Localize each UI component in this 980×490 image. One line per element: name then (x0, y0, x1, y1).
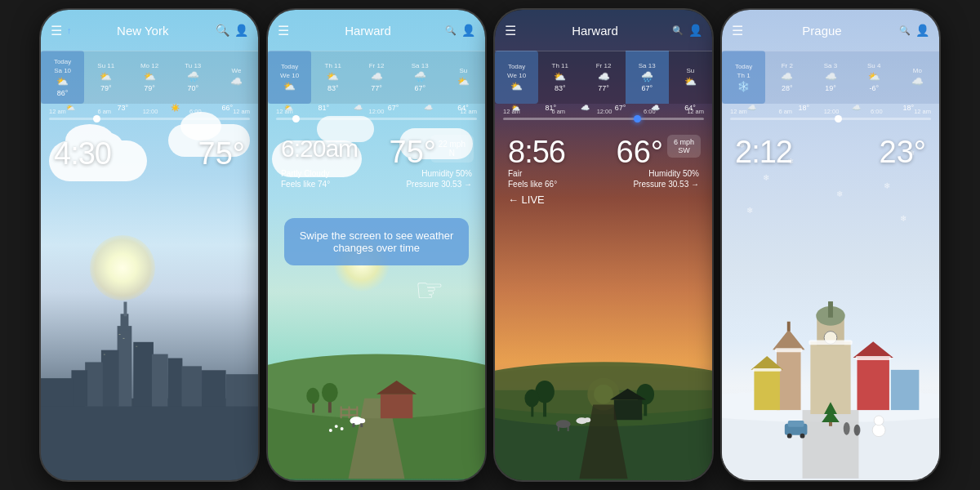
sun-glow (90, 235, 155, 301)
svg-rect-9 (168, 359, 183, 407)
svg-rect-17 (104, 354, 105, 355)
svg-marker-66 (773, 330, 804, 350)
forecast-day-4[interactable]: We ☁️ (215, 51, 258, 104)
menu-icon-3[interactable]: ☰ (505, 23, 516, 38)
forecast-temp-2: 79° (144, 84, 155, 92)
phone-harward-day: ☰ Harward 🔍 👤 Today We 10 ⛅ Th 11 ⛅ 83° … (266, 8, 487, 482)
f3-today[interactable]: Today We 10 ⛅ (495, 51, 538, 104)
profile-icon[interactable]: 👤 (234, 24, 248, 37)
svg-rect-70 (754, 370, 780, 410)
f2-label-1: Th 11 (325, 62, 341, 69)
live-badge: ← LIVE (508, 194, 545, 206)
profile-icon-2[interactable]: 👤 (461, 24, 475, 37)
timeline-2: 12 am 12:00 12 am (268, 101, 485, 126)
f2-temp-3: 67° (414, 84, 425, 92)
f4-icon-3: ⛅ (868, 71, 880, 82)
profile-icon-3[interactable]: 👤 (688, 24, 702, 37)
f2-day-1[interactable]: Th 11 ⛅ 83° (311, 51, 354, 104)
header-separator-2 (268, 51, 485, 51)
forecast-strip: Today Sa 10 ⛅ 86° Su 11 ⛅ 79° Mo 12 ⛅ 79… (41, 51, 258, 104)
phone-prague: ❄ ❄ ❄ ❄ ❄ ❄ ❄ ❄ ☰ Prague 🔍 👤 Today Th 1 … (720, 8, 941, 482)
svg-point-83 (800, 434, 805, 439)
svg-point-87 (854, 425, 861, 436)
tl-dot-4 (835, 115, 842, 122)
f2-icon-4: ⛅ (457, 76, 470, 87)
f4-label-2: Sa 3 (824, 62, 837, 69)
svg-rect-81 (788, 421, 804, 427)
f3-day-4[interactable]: Su ⛅ (669, 51, 712, 104)
weather-details-2: Partly Cloudy Humidity 50% Feels like 74… (268, 169, 485, 189)
current-time-4: 2:12 (735, 135, 792, 170)
f3-icon-2: ☁️ (598, 71, 610, 82)
f2-label-0: Today (281, 63, 298, 70)
forecast-today-2[interactable]: Today We 10 ⛅ (268, 51, 311, 104)
svg-rect-8 (85, 362, 103, 406)
f4-day-2[interactable]: Sa 3 ☁️ 19° (808, 51, 852, 104)
forecast-day-1[interactable]: Su 11 ⛅ 79° (84, 51, 127, 104)
forecast-label-3: Tu 13 (185, 62, 201, 69)
menu-icon-2[interactable]: ☰ (278, 23, 289, 38)
svg-rect-76 (752, 368, 781, 372)
search-icon-3[interactable]: 🔍 (672, 25, 684, 36)
location-arrow-icon: ↑ (67, 25, 72, 35)
svg-rect-72 (891, 370, 919, 410)
forecast-day-3[interactable]: Tu 13 🌧️ 70° (172, 51, 215, 104)
condition-2: Partly Cloudy (281, 169, 329, 178)
svg-point-36 (335, 425, 338, 428)
tl-track-3 (503, 118, 704, 120)
feels-like-3: Feels like 66° (508, 180, 557, 189)
current-temp: 75° (198, 136, 245, 172)
f3-label-3: Sa 13 (639, 62, 656, 69)
forecast-today[interactable]: Today Sa 10 ⛅ 86° (41, 51, 84, 104)
svg-rect-68 (858, 358, 889, 410)
city-name: New York (75, 24, 212, 38)
svg-rect-12 (202, 370, 226, 406)
f2-icon-1: ⛅ (327, 71, 339, 82)
timeline-dot (93, 115, 100, 122)
f4-day-1[interactable]: Fr 2 ☁️ 28° (765, 51, 808, 104)
humidity-2: Humidity 50% (421, 169, 472, 178)
forecast-icon-4: ☁️ (230, 76, 243, 87)
hand-gesture-icon: ☞ (415, 271, 444, 309)
f4-today[interactable]: Today Th 1 ❄️ (722, 51, 765, 104)
f4-icon-0: ❄️ (737, 81, 750, 92)
f2-day-3[interactable]: Sa 13 🌧️ 67° (399, 51, 442, 104)
forecast-label-0: Today (54, 58, 71, 65)
svg-point-82 (787, 434, 792, 439)
tl3-l4: 12 am (687, 108, 704, 115)
search-icon[interactable]: 🔍 (216, 24, 229, 37)
tl-label-4: 12 am (233, 108, 250, 115)
f4-day-4[interactable]: Mo ☁️ (896, 51, 939, 104)
f3-temp-1: 83° (555, 84, 566, 92)
menu-icon[interactable]: ☰ (51, 23, 62, 38)
svg-rect-14 (41, 378, 73, 406)
f3-label-0: Today (508, 63, 525, 70)
wind-dir-2: N (439, 149, 466, 158)
tl-dot-3 (634, 115, 641, 122)
tl4-l1: 6 am (778, 108, 792, 115)
tl4-l2: 12:00 (824, 108, 840, 115)
menu-icon-4[interactable]: ☰ (732, 23, 743, 38)
farm-scene-3 (495, 276, 712, 480)
f3-day-2[interactable]: Fr 12 ☁️ 77° (581, 51, 625, 104)
f2-day-2[interactable]: Fr 12 ☁️ 77° (354, 51, 398, 104)
snowflake-7: ❄ (746, 206, 753, 215)
humidity-3: Humidity 50% (648, 169, 699, 178)
pressure-3: Pressure 30.53 → (633, 180, 699, 189)
f4-day-3[interactable]: Su 4 ⛅ -6° (853, 51, 896, 104)
search-icon-2[interactable]: 🔍 (445, 25, 457, 36)
forecast-date-0: Sa 10 (54, 67, 71, 74)
tl2-l1: 12:00 (369, 108, 385, 115)
forecast-day-2[interactable]: Mo 12 ⛅ 79° (127, 51, 171, 104)
tl-track-2 (276, 118, 477, 120)
svg-rect-21 (381, 394, 412, 419)
snowflake-5: ❄ (884, 181, 890, 190)
forecast-strip-3: Today We 10 ⛅ Th 11 ⛅ 83° Fr 12 ☁️ 77° S… (495, 51, 712, 104)
forecast-icon-1: ⛅ (100, 71, 112, 82)
f2-day-4[interactable]: Su ⛅ (442, 51, 485, 104)
f3-day-3[interactable]: Sa 13 🌧️ 67° (626, 51, 669, 104)
tl3-l3: 6:00 (644, 108, 656, 115)
f3-day-1[interactable]: Th 11 ⛅ 83° (538, 51, 581, 104)
profile-icon-4[interactable]: 👤 (915, 24, 929, 37)
search-icon-4[interactable]: 🔍 (899, 25, 911, 36)
